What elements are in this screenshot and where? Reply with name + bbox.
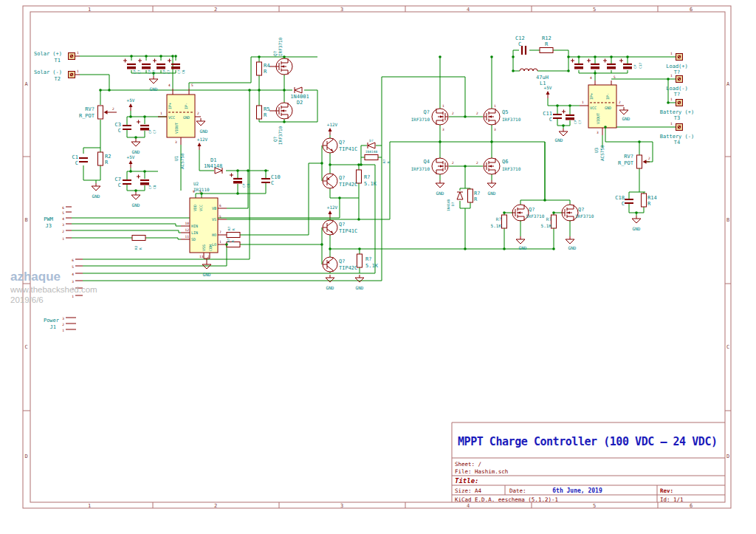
solar-minus-terminal[interactable] xyxy=(69,72,75,78)
output-cap[interactable] xyxy=(619,59,632,69)
mosfet-hbridge-tl[interactable] xyxy=(432,109,448,125)
resistor-r4[interactable] xyxy=(257,62,262,75)
pin-name-ipn: IP- xyxy=(605,93,610,100)
ref-label: D1 xyxy=(210,157,216,163)
ref-label: C7 xyxy=(115,177,121,182)
value-label: IRF3710 xyxy=(411,117,430,122)
cap-c7[interactable] xyxy=(123,180,131,184)
ref-label: C18 xyxy=(615,195,625,201)
pin-number: 2 xyxy=(112,107,114,111)
pin-name-vb: VB xyxy=(212,206,216,210)
ref-label: Q? xyxy=(529,207,535,213)
ref-label: C17 xyxy=(639,63,642,69)
ref-label: D? xyxy=(451,202,455,206)
power-conn-ref: J1 xyxy=(50,324,56,330)
cap-c10[interactable] xyxy=(261,179,270,182)
pin-number: 2 xyxy=(476,112,478,115)
resistor-r14[interactable] xyxy=(642,194,647,207)
battery-minus-terminal[interactable] xyxy=(676,124,683,131)
transistor-tip41c-upper[interactable] xyxy=(323,138,337,153)
inductor-l1[interactable] xyxy=(520,69,537,71)
pin-number: 5 xyxy=(219,215,221,219)
cap-cp[interactable] xyxy=(137,120,149,131)
resistor-r2[interactable] xyxy=(98,152,103,165)
resistor-51k-lower[interactable] xyxy=(357,254,362,267)
transistor-tip41c-lower[interactable] xyxy=(323,220,337,235)
ref-label: C11 xyxy=(543,111,552,117)
cap-c1[interactable] xyxy=(79,158,88,162)
input-cap[interactable] xyxy=(153,59,165,69)
mosfet-buck-top[interactable] xyxy=(276,58,292,75)
cap-cp2[interactable] xyxy=(562,110,574,120)
plus5v-symbol xyxy=(129,160,133,168)
mosfet-buck-bottom[interactable] xyxy=(276,103,292,119)
value-label: R xyxy=(264,69,267,75)
pin-number: 3 xyxy=(494,128,496,131)
battery-minus-ref: T4 xyxy=(674,140,680,146)
row-label: A xyxy=(24,81,28,87)
output-cap[interactable] xyxy=(587,59,599,69)
pin-name-ho: HO xyxy=(212,233,216,237)
potentiometer-rv1[interactable] xyxy=(98,106,111,119)
output-cap[interactable] xyxy=(603,59,616,69)
transistor-tip42c-lower[interactable] xyxy=(323,257,337,272)
cap-c8[interactable] xyxy=(137,175,149,185)
cap-c18[interactable] xyxy=(625,199,633,203)
ic-u2-ir2110[interactable]: VDD VCC VB VS HO LO HIN LIN SD VSS COM U… xyxy=(185,181,221,259)
ref-label: U3 xyxy=(594,147,599,153)
ic-u3-acs758[interactable]: IP+ IP- VCC GND VIOUT U3 ACS758 4 5 1 2 … xyxy=(582,75,621,161)
value-label: TIP41C xyxy=(339,228,357,234)
value-label: R xyxy=(387,161,391,163)
mosfet-hbridge-tr[interactable] xyxy=(484,109,500,125)
load-plus-terminal[interactable] xyxy=(676,54,683,61)
resistor-hbridge[interactable] xyxy=(468,189,473,202)
pin-number: 12 xyxy=(185,228,190,232)
plus12v-label: +12V xyxy=(327,205,338,210)
cap-c12[interactable] xyxy=(522,46,526,55)
pwm-label: PWM xyxy=(44,216,53,222)
resistor-r5[interactable] xyxy=(257,106,262,119)
ref-label: C1 xyxy=(72,154,78,160)
value-label: IR2110 xyxy=(193,187,210,192)
value-label: 1N4148 xyxy=(365,150,378,154)
resistor-r3[interactable] xyxy=(132,236,145,241)
mosfet-hbridge-br[interactable] xyxy=(484,158,500,174)
input-cap[interactable] xyxy=(168,59,180,69)
solar-plus-terminal[interactable] xyxy=(69,53,75,60)
input-cap[interactable] xyxy=(138,59,151,69)
battery-plus-terminal[interactable] xyxy=(676,100,683,106)
gnd-symbol xyxy=(202,261,211,269)
ref-label: R? xyxy=(227,226,231,230)
pin-name-vcc: VCC xyxy=(590,106,597,110)
diode-hbridge[interactable] xyxy=(457,192,463,199)
transistor-tip42c-upper[interactable] xyxy=(323,174,337,188)
ref-label: Q5 xyxy=(502,109,508,115)
ic-u1-acs758[interactable]: IP+ IP- VCC GND VIOUT U1 ACS758 4 5 1 2 … xyxy=(160,83,199,169)
plus5v-symbol xyxy=(129,103,133,111)
gate-resistor-top[interactable] xyxy=(365,155,378,160)
diode-d2[interactable] xyxy=(295,87,302,93)
input-cap[interactable] xyxy=(123,59,136,69)
resistor-r12[interactable] xyxy=(540,48,553,53)
output-cap[interactable] xyxy=(571,59,583,69)
mosfet-hbridge-bl[interactable] xyxy=(432,158,448,174)
gate-resistor-ho[interactable] xyxy=(227,233,240,238)
cap-c3[interactable] xyxy=(123,126,131,129)
cap-c11[interactable] xyxy=(553,114,562,118)
value-label: IRF3710 xyxy=(278,37,283,56)
resistor-51k-ls-left[interactable] xyxy=(502,215,507,228)
cap-c9[interactable] xyxy=(230,174,242,184)
value-label: CP xyxy=(133,69,137,74)
plus12v-symbol xyxy=(329,128,332,135)
ref-label: Q? xyxy=(272,50,278,56)
pin-number: 6 xyxy=(72,259,74,262)
schematic-canvas[interactable]: 1 2 3 4 5 6 1 2 3 4 5 6 A B C D A B C D xyxy=(0,0,756,534)
gnd-label: GND xyxy=(132,202,140,208)
battery-plus-ref: T3 xyxy=(674,115,680,121)
resistor-51k-ls-right[interactable] xyxy=(551,215,557,228)
col-label: 2 xyxy=(214,7,217,13)
row-label: B xyxy=(24,217,27,223)
load-minus-terminal[interactable] xyxy=(676,76,683,83)
diode-gate[interactable] xyxy=(368,143,375,148)
value-label: ACS758 xyxy=(179,153,185,169)
